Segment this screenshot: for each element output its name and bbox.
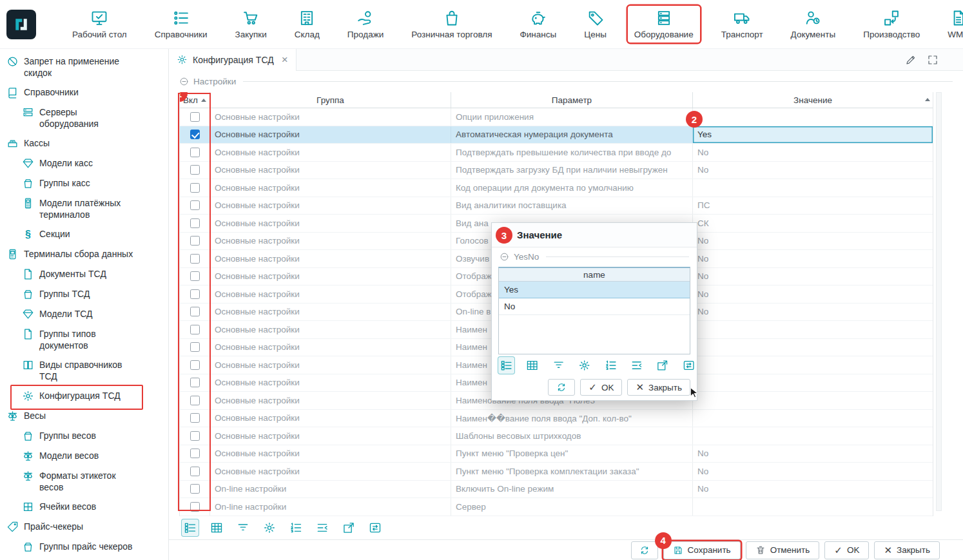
row-enabled-checkbox[interactable] [190, 449, 200, 458]
sidebar-item[interactable]: Модели весов [0, 446, 168, 466]
sidebar-item[interactable]: Прайс-чекеры [0, 517, 168, 537]
collapse-icon[interactable] [500, 252, 509, 262]
edit-pencil-icon[interactable] [905, 54, 917, 66]
row-enabled-checkbox[interactable] [190, 148, 200, 157]
cell-value[interactable]: СК [693, 215, 933, 232]
list-view-icon[interactable] [498, 357, 514, 374]
collapse-icon[interactable] [179, 77, 189, 86]
table-view-icon[interactable] [524, 357, 540, 374]
sort-icon[interactable] [314, 519, 331, 536]
nav-item[interactable]: Склад [288, 6, 326, 43]
nav-item[interactable]: Транспорт [715, 6, 770, 43]
sidebar-item[interactable]: Модели ТСД [0, 304, 168, 324]
cell-value[interactable]: ПС [693, 197, 933, 215]
table-row[interactable]: Основные настройки Пункт меню "Проверка … [180, 463, 933, 481]
table-row[interactable]: Основные настройки Наимен��вание поля вв… [180, 410, 933, 428]
sidebar-item[interactable]: Серверы оборудования [0, 102, 168, 133]
row-enabled-checkbox[interactable] [190, 165, 200, 175]
numbered-list-icon[interactable] [603, 357, 619, 374]
row-enabled-checkbox[interactable] [190, 396, 200, 405]
row-enabled-checkbox[interactable] [190, 467, 200, 476]
export-icon[interactable] [654, 357, 670, 374]
sidebar-item[interactable]: Модели прайс чекеров [0, 557, 168, 560]
row-enabled-checkbox[interactable] [190, 484, 200, 494]
cell-value[interactable]: No [693, 233, 933, 250]
row-enabled-checkbox[interactable] [190, 342, 200, 352]
column-header-znachenie[interactable]: Значение [693, 92, 933, 108]
value-option[interactable]: Yes [499, 282, 690, 298]
cell-value[interactable] [693, 339, 933, 356]
sidebar-item[interactable]: Группы весов [0, 426, 168, 446]
sidebar-item[interactable]: Кассы [0, 133, 168, 153]
row-enabled-checkbox[interactable] [190, 307, 200, 316]
row-enabled-checkbox[interactable] [190, 236, 200, 246]
sidebar-item[interactable]: Документы ТСД [0, 264, 168, 284]
cell-value[interactable]: Yes [693, 126, 933, 144]
value-list-header[interactable]: name [499, 268, 690, 282]
table-view-icon[interactable] [208, 519, 225, 536]
sidebar-item[interactable]: Форматы этикеток весов [0, 466, 168, 497]
sidebar-item[interactable]: § Секции [0, 224, 168, 244]
row-enabled-checkbox[interactable] [190, 112, 200, 122]
dialog-refresh-button[interactable] [548, 379, 575, 396]
refresh-button[interactable] [631, 541, 658, 559]
value-option[interactable]: No [499, 298, 690, 315]
gear-icon[interactable] [576, 357, 592, 374]
dialog-titlebar[interactable]: 3 Значение [492, 223, 697, 247]
table-row[interactable]: Основные настройки Код операции для доку… [180, 179, 933, 197]
nav-item[interactable]: WMS [941, 6, 963, 43]
table-row[interactable]: Основные настройки Пункт меню "Проверка … [180, 445, 933, 463]
cell-value[interactable] [693, 321, 933, 338]
sidebar-item[interactable]: Модели касс [0, 153, 168, 173]
table-row[interactable]: Основные настройки Шаблоны весовых штрих… [180, 427, 933, 445]
transfer-icon[interactable] [367, 519, 384, 536]
transfer-icon[interactable] [681, 357, 697, 374]
yesno-group-header[interactable]: YesNo [492, 249, 697, 264]
cell-value[interactable] [693, 498, 933, 516]
list-view-icon[interactable] [182, 519, 199, 536]
sidebar-item[interactable]: Справочники [0, 82, 168, 102]
sidebar-item[interactable]: Группы прайс чекеров [0, 537, 168, 557]
sidebar-item[interactable]: Терминалы сбора данных [0, 244, 168, 264]
save-button[interactable]: 4 Сохранить [663, 541, 741, 559]
row-enabled-checkbox[interactable] [190, 289, 200, 299]
sidebar-item[interactable]: Запрет на применение скидок [0, 52, 168, 82]
cell-value[interactable]: No [693, 268, 933, 285]
row-enabled-checkbox[interactable] [190, 254, 200, 264]
ok-button[interactable]: ✓ OK [824, 541, 869, 559]
tab-konfiguracia-tsd[interactable]: Конфигурация ТСД × [169, 49, 297, 71]
nav-item[interactable]: Розничная торговля [405, 6, 498, 43]
sidebar-item[interactable]: Группы касс [0, 173, 168, 193]
column-header-parametr[interactable]: Параметр [451, 92, 693, 108]
nav-item[interactable]: Рабочий стол [66, 6, 133, 43]
row-enabled-checkbox[interactable] [190, 360, 200, 370]
column-header-vkl[interactable]: 1 Вкл [180, 92, 210, 108]
cell-value[interactable] [693, 179, 933, 197]
vertical-scrollbar[interactable] [936, 92, 942, 511]
column-header-gruppa[interactable]: Группа [210, 92, 451, 108]
nav-item[interactable]: Справочники [148, 6, 214, 43]
row-enabled-checkbox[interactable] [190, 431, 200, 441]
sidebar-item[interactable]: Группы типов документов [0, 324, 168, 355]
cell-value[interactable]: No [693, 463, 933, 480]
filter-icon[interactable] [235, 519, 251, 536]
table-row[interactable]: Основные настройки Вид аналитики поставщ… [180, 197, 933, 215]
row-enabled-checkbox[interactable] [190, 130, 200, 139]
filter-corner-icon[interactable] [925, 98, 930, 101]
filter-icon[interactable] [550, 357, 567, 374]
row-enabled-checkbox[interactable] [190, 218, 200, 228]
close-button[interactable]: ✕ Закрыть [874, 541, 940, 559]
dialog-ok-button[interactable]: ✓ OK [580, 379, 622, 396]
sidebar-item[interactable]: Ячейки весов [0, 497, 168, 517]
row-enabled-checkbox[interactable] [190, 200, 200, 210]
dialog-close-button[interactable]: ✕ Закрыть [627, 379, 690, 396]
table-row[interactable]: Основные настройки Опции приложения [180, 108, 933, 126]
cell-value[interactable]: No [693, 445, 933, 463]
cell-value[interactable] [693, 108, 933, 126]
nav-item[interactable]: Документы [784, 6, 842, 43]
cell-value[interactable]: No [693, 250, 933, 267]
table-row[interactable]: On-line настройки Включить On-line режим… [180, 481, 933, 499]
tab-close-icon[interactable]: × [282, 54, 288, 65]
sort-icon[interactable] [628, 357, 645, 374]
row-enabled-checkbox[interactable] [190, 271, 200, 281]
